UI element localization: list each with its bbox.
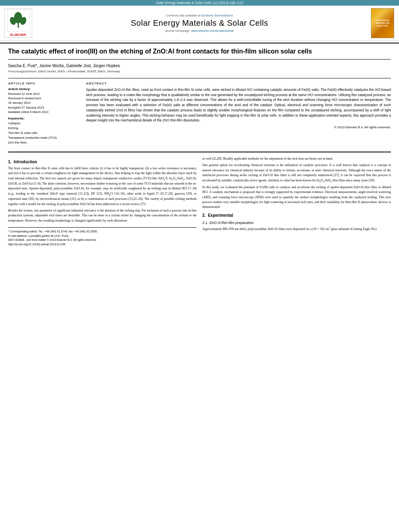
received-date: Received 12 June 2012 [8, 92, 80, 96]
authors: Sascha E. Pust*, Janine Worbs, Gabrielle… [8, 64, 391, 68]
keywords-label: Keywords: [8, 117, 80, 120]
keyword-1: Catalysis [8, 121, 80, 126]
footnote-corresponding: * Corresponding author. Tel.: +49 2461 6… [8, 230, 197, 234]
article-info-abstract: ARTICLE INFO Article history: Received 1… [8, 78, 391, 148]
right-para-1: as well [22,28]. Readily applicable meth… [202, 156, 391, 161]
keywords-section: Keywords: Catalysis Etching Thin-film Si… [8, 117, 80, 145]
article-title: The catalytic effect of iron(III) on the… [8, 47, 391, 60]
sciverse-line: Contents lists available at SciVerse Sci… [32, 14, 367, 17]
journal-header: Solar Energy Materials & Solar Cells 113… [0, 0, 399, 43]
article-info: ARTICLE INFO Article history: Received 1… [8, 82, 80, 148]
journal-cover: Solar Energy Materials and Solar Cells [371, 8, 395, 38]
abstract-text: Sputter-deposited ZnO:Al thin films, use… [86, 87, 391, 123]
intro-para-1: The front contact in thin-film Si solar … [8, 166, 197, 207]
experimental-subsection: 2.1. ZnO:Al thin-film preparation [202, 221, 391, 225]
content-left: 1. Introduction The front contact in thi… [8, 156, 197, 246]
content-right: as well [22,28]. Readily applicable meth… [202, 156, 391, 246]
footnote-doi: http://dx.doi.org/10.1016/j.solmat.2013.… [8, 242, 197, 247]
main-content: 1. Introduction The front contact in thi… [8, 152, 391, 246]
abstract-label: ABSTRACT [86, 82, 391, 85]
accepted-date: Accepted 27 January 2013 [8, 105, 80, 110]
experimental-heading: 2. Experimental [202, 213, 391, 218]
cover-image: Solar Energy Materials and Solar Cells [371, 8, 394, 38]
keyword-3: Thin-film Si solar cells [8, 131, 80, 136]
received-revised-label: Received in revised form [8, 96, 80, 101]
article-body: The catalytic effect of iron(III) on the… [0, 43, 399, 251]
homepage-link[interactable]: www.elsevier.com/locate/solmat [191, 29, 234, 33]
available-online: Available online 6 March 2013 [8, 110, 80, 114]
keyword-4: Transparent conductive oxide (TCO) [8, 136, 80, 140]
keyword-5: ZnO thin films [8, 140, 80, 145]
top-bar: Solar Energy Materials & Solar Cells 113… [0, 0, 399, 6]
copyright-line: © 2013 Elsevier B.V. All rights reserved… [86, 125, 391, 129]
affiliation: Forschungszentrum Jülich GmbH, IEK5—Phot… [8, 70, 391, 73]
footnote-issn: 0927-0248/$ - see front matter © 2013 El… [8, 238, 197, 242]
journal-title: Solar Energy Materials & Solar Cells [32, 18, 367, 28]
intro-para-2: Besides the texture, one parameter of si… [8, 208, 197, 223]
right-para-2: One general option for accelerating chem… [202, 163, 391, 183]
keyword-2: Etching [8, 126, 80, 131]
history-label: Article history: [8, 87, 80, 91]
footnote-email: E-mail address: s.pust@fz-juelich.de (S.… [8, 234, 197, 238]
intro-heading: 1. Introduction [8, 160, 197, 164]
elsevier-wordmark: ELSEVIER [10, 33, 26, 37]
received-revised-date: 16 January 2013 [8, 101, 80, 105]
elsevier-tree-icon [7, 10, 29, 32]
top-bar-text: Solar Energy Materials & Solar Cells 113… [156, 1, 243, 5]
footnote-area: * Corresponding author. Tel.: +49 2461 6… [8, 227, 197, 246]
abstract-section: ABSTRACT Sputter-deposited ZnO:Al thin f… [86, 82, 391, 148]
right-para-3: In this study, we evaluated the potentia… [202, 185, 391, 210]
header-content: ELSEVIER Contents lists available at Sci… [0, 6, 399, 41]
sciverse-link[interactable]: SciVerse ScienceDirect [202, 14, 233, 17]
elsevier-logo: ELSEVIER [4, 8, 32, 38]
journal-title-area: Contents lists available at SciVerse Sci… [32, 14, 367, 33]
article-history: Article history: Received 12 June 2012 R… [8, 87, 80, 114]
journal-homepage: journal homepage: www.elsevier.com/locat… [32, 29, 367, 33]
article-info-label: ARTICLE INFO [8, 82, 80, 85]
experimental-text: Approximately 800–850 nm thick, polycrys… [202, 226, 391, 232]
